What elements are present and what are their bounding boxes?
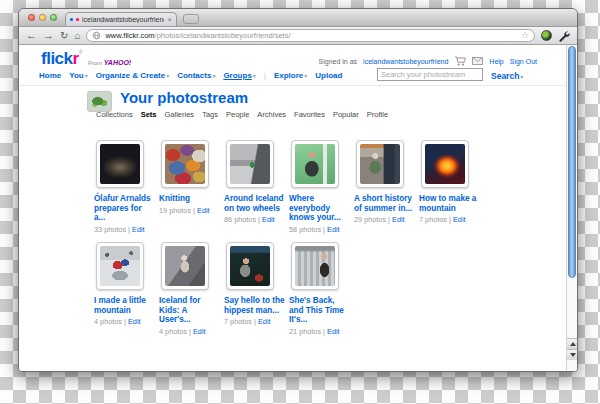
flickr-logo-flick: flick [41,49,73,68]
set-edit-link[interactable]: Edit [327,327,340,336]
tab-galleries[interactable]: Galleries [165,110,195,119]
wrench-menu-icon[interactable] [558,30,570,42]
set-title-link[interactable]: She's Back, and This Time It's... [289,296,350,325]
set-edit-link[interactable]: Edit [258,317,271,326]
set-title-link[interactable]: A short history of summer in... [354,194,415,213]
set-photo-count: 4 photos [159,327,187,336]
set-thumbnail[interactable] [226,140,274,188]
meta-divider: | [323,225,325,234]
home-icon[interactable]: ⌂ [74,30,80,41]
url-domain: www.flickr.com [105,31,154,40]
buddy-icon[interactable] [87,91,112,112]
nav-home[interactable]: Home [39,71,61,80]
mail-icon[interactable] [472,57,483,65]
scrollbar-thumb[interactable] [568,46,576,278]
scroll-up-button[interactable] [567,338,577,349]
browser-tab[interactable]: icelandwantstobeyourfriend's × [65,12,177,26]
photostream-tabs: Collections Sets Galleries Tags People A… [96,110,388,119]
photo-set: Say hello to the hippest man... 7 photos… [224,242,285,326]
bookmark-star-icon[interactable]: ☆ [521,31,529,40]
set-edit-link[interactable]: Edit [193,327,206,336]
tab-popular[interactable]: Popular [333,110,359,119]
help-link[interactable]: Help [489,58,503,65]
set-title-link[interactable]: How to make a mountain [419,194,480,213]
set-title-link[interactable]: I made a little mountain [94,296,155,315]
set-thumbnail[interactable] [161,242,209,290]
registered-mark: ® [79,49,82,55]
set-edit-link[interactable]: Edit [262,215,275,224]
set-photo-count: 58 photos [289,225,321,234]
nav-organize[interactable]: Organize & Create▾ [96,71,169,80]
nav-groups[interactable]: Groups▾ [223,71,255,80]
set-title-link[interactable]: Knitting [159,194,220,204]
set-thumbnail[interactable] [291,140,339,188]
set-thumbnail[interactable] [356,140,404,188]
set-thumbnail[interactable] [226,242,274,290]
nav-groups-link[interactable]: Groups [223,71,251,80]
tab-close-icon[interactable]: × [167,16,172,24]
nav-you-link[interactable]: You [69,71,84,80]
set-thumbnail-image [360,144,400,184]
flickr-logo[interactable]: flickr® [41,49,82,69]
set-edit-link[interactable]: Edit [128,317,141,326]
minimize-window-button[interactable] [39,14,46,21]
nav-explore[interactable]: Explore▾ [274,71,307,80]
tab-collections[interactable]: Collections [96,110,133,119]
set-thumbnail-image [230,144,270,184]
set-thumbnail-image [425,144,465,184]
nav-you[interactable]: You▾ [69,71,88,80]
set-edit-link[interactable]: Edit [327,225,340,234]
set-title-link[interactable]: Iceland for Kids: A User's... [159,296,220,325]
set-thumbnail-image [165,144,205,184]
chevron-down-icon: ▾ [212,73,215,79]
triangle-up-icon [570,342,576,346]
tab-sets[interactable]: Sets [141,110,157,119]
vertical-scrollbar[interactable] [566,45,577,371]
set-edit-link[interactable]: Edit [453,215,466,224]
set-thumbnail[interactable] [161,140,209,188]
zoom-window-button[interactable] [50,14,57,21]
set-thumbnail[interactable] [291,242,339,290]
search-input[interactable] [377,68,483,81]
scroll-down-button[interactable] [567,349,577,360]
extension-icon[interactable] [541,30,552,41]
set-thumbnail[interactable] [421,140,469,188]
nav-explore-link[interactable]: Explore [274,71,303,80]
set-title-link[interactable]: Say hello to the hippest man... [224,296,285,315]
chevron-down-icon: ▾ [166,73,169,79]
forward-icon[interactable]: → [43,30,54,41]
reload-icon[interactable]: ↻ [60,30,68,41]
set-edit-link[interactable]: Edit [197,206,210,215]
photo-set: I made a little mountain 4 photos | Edit [94,242,155,326]
set-thumbnail[interactable] [96,242,144,290]
nav-upload[interactable]: Upload [315,71,342,80]
nav-contacts[interactable]: Contacts▾ [177,71,215,80]
set-photo-count: 21 photos [289,327,321,336]
tab-favorites[interactable]: Favorites [294,110,325,119]
search-button[interactable]: Search▾ [491,71,523,81]
sign-out-link[interactable]: Sign Out [510,58,537,65]
tab-archives[interactable]: Archives [257,110,286,119]
cart-icon[interactable] [454,56,466,66]
tab-tags[interactable]: Tags [202,110,218,119]
yahoo-logo: YAHOO! [104,59,131,66]
meta-divider: | [323,327,325,336]
chevron-down-icon: ▾ [85,73,88,79]
set-edit-link[interactable]: Edit [132,225,145,234]
username-link[interactable]: icelandwantstobeyourfriend [363,58,448,65]
set-title-link[interactable]: Around Iceland on two wheels [224,194,285,213]
tab-profile[interactable]: Profile [367,110,388,119]
back-icon[interactable]: ← [26,30,37,41]
set-title-link[interactable]: Where everybody knows your... [289,194,350,223]
new-tab-button[interactable] [183,14,199,24]
address-bar[interactable]: www.flickr.com/photos/icelandwantstobeyo… [86,29,535,42]
set-edit-link[interactable]: Edit [392,215,405,224]
set-title-link[interactable]: Ólafur Arnalds prepares for a... [94,194,155,223]
meta-divider: | [258,215,260,224]
close-window-button[interactable] [28,14,35,21]
tab-people[interactable]: People [226,110,249,119]
nav-organize-link[interactable]: Organize & Create [96,71,165,80]
browser-window: icelandwantstobeyourfriend's × ← → ↻ ⌂ w… [18,8,578,372]
set-thumbnail[interactable] [96,140,144,188]
nav-contacts-link[interactable]: Contacts [177,71,211,80]
